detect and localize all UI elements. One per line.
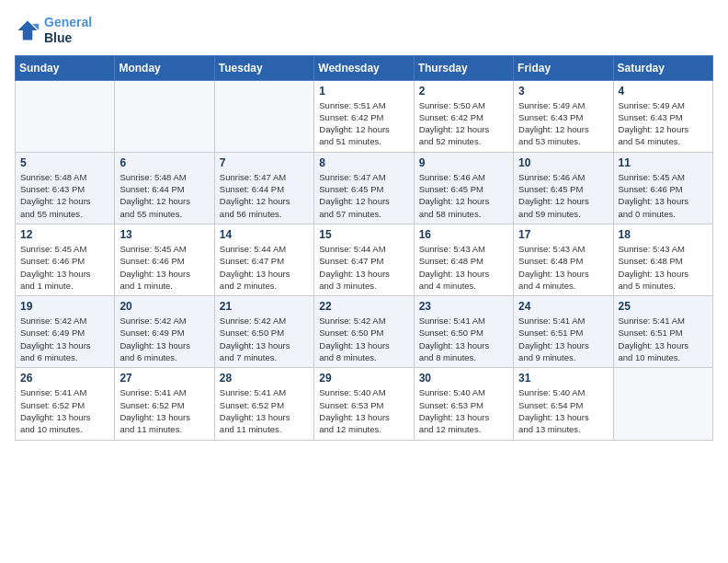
day-number: 28 xyxy=(220,372,309,385)
calendar-cell: 24Sunrise: 5:41 AMSunset: 6:51 PMDayligh… xyxy=(514,296,613,368)
calendar-cell: 28Sunrise: 5:41 AMSunset: 6:52 PMDayligh… xyxy=(214,368,313,440)
day-number: 30 xyxy=(419,372,508,385)
day-number: 29 xyxy=(319,372,408,385)
day-number: 8 xyxy=(319,156,408,169)
weekday-header: Thursday xyxy=(414,55,513,80)
logo-icon xyxy=(15,17,40,43)
day-number: 13 xyxy=(119,228,209,241)
day-info: Sunrise: 5:41 AMSunset: 6:52 PMDaylight:… xyxy=(119,386,209,435)
day-info: Sunrise: 5:41 AMSunset: 6:52 PMDaylight:… xyxy=(20,386,109,435)
day-number: 31 xyxy=(518,372,608,385)
calendar-cell: 6Sunrise: 5:48 AMSunset: 6:44 PMDaylight… xyxy=(115,152,214,224)
day-number: 19 xyxy=(20,300,109,313)
calendar-cell: 13Sunrise: 5:45 AMSunset: 6:46 PMDayligh… xyxy=(115,224,214,295)
day-info: Sunrise: 5:42 AMSunset: 6:50 PMDaylight:… xyxy=(220,315,309,363)
day-number: 17 xyxy=(518,228,608,241)
day-info: Sunrise: 5:42 AMSunset: 6:49 PMDaylight:… xyxy=(119,315,209,363)
day-info: Sunrise: 5:43 AMSunset: 6:48 PMDaylight:… xyxy=(419,243,508,292)
calendar-cell: 14Sunrise: 5:44 AMSunset: 6:47 PMDayligh… xyxy=(214,224,313,295)
calendar-cell: 30Sunrise: 5:40 AMSunset: 6:53 PMDayligh… xyxy=(414,368,513,440)
day-info: Sunrise: 5:46 AMSunset: 6:45 PMDaylight:… xyxy=(419,171,508,220)
calendar-cell xyxy=(115,80,214,152)
calendar-cell: 22Sunrise: 5:42 AMSunset: 6:50 PMDayligh… xyxy=(314,296,414,368)
day-info: Sunrise: 5:47 AMSunset: 6:45 PMDaylight:… xyxy=(319,171,408,220)
day-info: Sunrise: 5:49 AMSunset: 6:43 PMDaylight:… xyxy=(619,99,708,148)
day-info: Sunrise: 5:43 AMSunset: 6:48 PMDaylight:… xyxy=(518,243,608,292)
calendar-cell: 8Sunrise: 5:47 AMSunset: 6:45 PMDaylight… xyxy=(314,152,414,224)
calendar-cell: 2Sunrise: 5:50 AMSunset: 6:42 PMDaylight… xyxy=(414,80,513,152)
calendar-cell xyxy=(214,80,313,152)
day-number: 3 xyxy=(518,85,608,98)
day-number: 11 xyxy=(619,156,708,169)
calendar-week-row: 19Sunrise: 5:42 AMSunset: 6:49 PMDayligh… xyxy=(16,296,713,368)
logo-text: General Blue xyxy=(44,15,92,46)
calendar-week-row: 12Sunrise: 5:45 AMSunset: 6:46 PMDayligh… xyxy=(16,224,713,295)
calendar-cell: 10Sunrise: 5:46 AMSunset: 6:45 PMDayligh… xyxy=(514,152,613,224)
weekday-header-row: SundayMondayTuesdayWednesdayThursdayFrid… xyxy=(16,55,713,80)
day-number: 6 xyxy=(119,156,209,169)
day-info: Sunrise: 5:47 AMSunset: 6:44 PMDaylight:… xyxy=(220,171,309,220)
calendar-cell: 3Sunrise: 5:49 AMSunset: 6:43 PMDaylight… xyxy=(514,80,613,152)
day-info: Sunrise: 5:48 AMSunset: 6:43 PMDaylight:… xyxy=(20,171,109,220)
calendar-cell xyxy=(613,368,712,440)
day-info: Sunrise: 5:45 AMSunset: 6:46 PMDaylight:… xyxy=(119,243,209,292)
day-number: 26 xyxy=(20,372,109,385)
calendar-cell: 18Sunrise: 5:43 AMSunset: 6:48 PMDayligh… xyxy=(613,224,712,295)
calendar-cell: 5Sunrise: 5:48 AMSunset: 6:43 PMDaylight… xyxy=(16,152,115,224)
calendar-cell xyxy=(16,80,115,152)
day-info: Sunrise: 5:42 AMSunset: 6:49 PMDaylight:… xyxy=(20,315,109,363)
svg-marker-0 xyxy=(18,20,38,40)
day-info: Sunrise: 5:41 AMSunset: 6:51 PMDaylight:… xyxy=(518,315,608,363)
day-info: Sunrise: 5:50 AMSunset: 6:42 PMDaylight:… xyxy=(419,99,508,148)
calendar-table: SundayMondayTuesdayWednesdayThursdayFrid… xyxy=(15,55,713,441)
day-info: Sunrise: 5:40 AMSunset: 6:54 PMDaylight:… xyxy=(518,386,608,435)
weekday-header: Friday xyxy=(514,55,613,80)
calendar-cell: 4Sunrise: 5:49 AMSunset: 6:43 PMDaylight… xyxy=(613,80,712,152)
day-info: Sunrise: 5:49 AMSunset: 6:43 PMDaylight:… xyxy=(518,99,608,148)
weekday-header: Tuesday xyxy=(214,55,313,80)
calendar-cell: 29Sunrise: 5:40 AMSunset: 6:53 PMDayligh… xyxy=(314,368,414,440)
calendar-cell: 7Sunrise: 5:47 AMSunset: 6:44 PMDaylight… xyxy=(214,152,313,224)
calendar-cell: 1Sunrise: 5:51 AMSunset: 6:42 PMDaylight… xyxy=(314,80,414,152)
day-number: 14 xyxy=(220,228,309,241)
calendar-header: SundayMondayTuesdayWednesdayThursdayFrid… xyxy=(16,55,713,80)
logo: General Blue xyxy=(15,15,92,46)
day-number: 18 xyxy=(619,228,708,241)
day-number: 27 xyxy=(119,372,209,385)
calendar-cell: 16Sunrise: 5:43 AMSunset: 6:48 PMDayligh… xyxy=(414,224,513,295)
weekday-header: Saturday xyxy=(613,55,712,80)
calendar-cell: 11Sunrise: 5:45 AMSunset: 6:46 PMDayligh… xyxy=(613,152,712,224)
day-number: 1 xyxy=(319,85,408,98)
calendar-body: 1Sunrise: 5:51 AMSunset: 6:42 PMDaylight… xyxy=(16,80,713,440)
day-number: 20 xyxy=(119,300,209,313)
calendar-cell: 9Sunrise: 5:46 AMSunset: 6:45 PMDaylight… xyxy=(414,152,513,224)
day-number: 4 xyxy=(619,85,708,98)
day-info: Sunrise: 5:41 AMSunset: 6:52 PMDaylight:… xyxy=(220,386,309,435)
day-number: 2 xyxy=(419,85,508,98)
calendar-cell: 17Sunrise: 5:43 AMSunset: 6:48 PMDayligh… xyxy=(514,224,613,295)
day-number: 5 xyxy=(20,156,109,169)
day-info: Sunrise: 5:40 AMSunset: 6:53 PMDaylight:… xyxy=(319,386,408,435)
calendar-cell: 25Sunrise: 5:41 AMSunset: 6:51 PMDayligh… xyxy=(613,296,712,368)
day-info: Sunrise: 5:40 AMSunset: 6:53 PMDaylight:… xyxy=(419,386,508,435)
day-number: 22 xyxy=(319,300,408,313)
calendar-cell: 12Sunrise: 5:45 AMSunset: 6:46 PMDayligh… xyxy=(16,224,115,295)
page-header: General Blue xyxy=(15,15,713,46)
day-info: Sunrise: 5:48 AMSunset: 6:44 PMDaylight:… xyxy=(119,171,209,220)
calendar-cell: 26Sunrise: 5:41 AMSunset: 6:52 PMDayligh… xyxy=(16,368,115,440)
calendar-cell: 27Sunrise: 5:41 AMSunset: 6:52 PMDayligh… xyxy=(115,368,214,440)
day-info: Sunrise: 5:41 AMSunset: 6:51 PMDaylight:… xyxy=(619,315,708,363)
day-number: 10 xyxy=(518,156,608,169)
weekday-header: Sunday xyxy=(16,55,115,80)
day-info: Sunrise: 5:45 AMSunset: 6:46 PMDaylight:… xyxy=(619,171,708,220)
weekday-header: Wednesday xyxy=(314,55,414,80)
day-number: 7 xyxy=(220,156,309,169)
day-info: Sunrise: 5:45 AMSunset: 6:46 PMDaylight:… xyxy=(20,243,109,292)
day-number: 15 xyxy=(319,228,408,241)
day-info: Sunrise: 5:43 AMSunset: 6:48 PMDaylight:… xyxy=(619,243,708,292)
day-number: 16 xyxy=(419,228,508,241)
day-info: Sunrise: 5:44 AMSunset: 6:47 PMDaylight:… xyxy=(220,243,309,292)
day-info: Sunrise: 5:44 AMSunset: 6:47 PMDaylight:… xyxy=(319,243,408,292)
day-number: 21 xyxy=(220,300,309,313)
day-info: Sunrise: 5:41 AMSunset: 6:50 PMDaylight:… xyxy=(419,315,508,363)
